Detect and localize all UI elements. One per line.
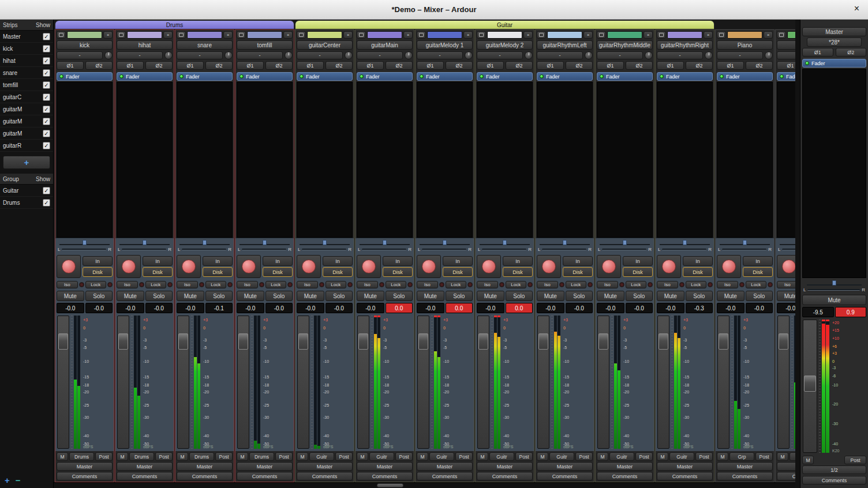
processor-box[interactable] [657,82,713,238]
monitor-disk-button[interactable]: Disk [383,267,413,277]
processor-box[interactable] [417,82,473,238]
comments-button[interactable]: Comments [597,472,653,481]
solo-isolate-button[interactable]: Iso [297,281,318,288]
group-button[interactable]: Drums [249,452,274,461]
strip-visible-checkbox[interactable]: ✓ [43,106,50,113]
metering-button[interactable]: M [537,452,548,461]
strip-close-icon[interactable]: × [764,31,773,39]
record-enable-button[interactable] [777,255,795,278]
processor-active-led[interactable] [179,74,184,78]
metering-button[interactable]: M [417,452,428,461]
trim-menu-button[interactable]: - [717,51,763,59]
group-button[interactable]: Grp [729,452,754,461]
pan-handle-icon[interactable] [323,240,327,245]
group-show-checkbox[interactable]: ✓ [43,187,50,194]
monitor-input-button[interactable]: In [143,256,173,266]
metering-button[interactable]: M [297,452,308,461]
output-button[interactable]: Master [597,462,653,471]
fader-handle[interactable] [178,333,188,350]
fader-processor[interactable]: Fader [537,72,593,81]
strip-close-icon[interactable]: × [583,31,593,39]
mute-button[interactable]: Mute [777,291,795,301]
monitor-input-button[interactable]: In [263,256,293,266]
comments-button[interactable]: Comments [177,472,233,481]
pan-handle-icon[interactable] [203,240,207,245]
metering-button[interactable]: M [237,452,248,461]
solo-button[interactable]: Solo [326,291,353,301]
mute-button[interactable]: Mute [237,291,264,301]
group-list-item[interactable]: Guitar✓ [0,185,53,197]
group-button[interactable]: Grp [790,452,795,461]
group-button[interactable]: Guitr [429,452,454,461]
group-button[interactable]: Guitr [309,452,334,461]
meter-point-button[interactable]: Post [755,452,773,461]
add-strip-button[interactable]: + [3,156,50,169]
fader-processor[interactable]: Fader [297,72,353,81]
processor-box[interactable] [777,82,795,238]
master-meter-point-button[interactable]: Post [844,456,866,464]
phase-1-button[interactable]: Ø1 [537,61,564,70]
metering-button[interactable]: M [597,452,608,461]
peak-display[interactable]: -0.0 [85,303,113,313]
meter-point-button[interactable]: Post [395,452,413,461]
processor-box[interactable] [537,82,593,238]
solo-lock-button[interactable]: Lock [446,281,467,288]
solo-lock-button[interactable]: Lock [746,281,767,288]
trim-knob[interactable] [705,51,713,59]
gain-display[interactable]: -0.0 [297,303,324,313]
gain-display[interactable]: -0.0 [777,303,795,313]
pan-handle-icon[interactable] [143,240,147,245]
solo-button[interactable]: Solo [686,291,713,301]
mute-button[interactable]: Mute [597,291,624,301]
phase-1-button[interactable]: Ø1 [117,61,144,70]
pan-handle-icon[interactable] [623,240,627,245]
phase-2-button[interactable]: Ø2 [506,61,533,70]
fader-processor[interactable]: Fader [597,72,653,81]
strip-width-icon[interactable] [717,31,726,39]
strip-width-icon[interactable] [777,31,786,39]
meter-point-button[interactable]: Post [335,452,353,461]
master-name-button[interactable]: Master [802,27,866,36]
window-titlebar[interactable]: *Demo – Mixer – Ardour × [0,0,868,20]
metering-button[interactable]: M [117,452,128,461]
strip-list-item[interactable]: guitarR✓ [0,140,53,152]
solo-button[interactable]: Solo [386,291,413,301]
strip-color-swatch[interactable] [67,31,102,39]
strip-visible-checkbox[interactable]: ✓ [43,57,50,65]
group-button[interactable]: Guitr [369,452,394,461]
trim-knob[interactable] [465,51,473,59]
meter-point-button[interactable]: Post [155,452,173,461]
strip-list-item[interactable]: kick✓ [0,43,53,55]
pan-handle-icon[interactable] [83,240,87,245]
solo-isolate-button[interactable]: Iso [717,281,738,288]
processor-active-led[interactable] [600,74,604,78]
fader-handle[interactable] [58,333,68,350]
pan-handle-icon[interactable] [263,240,267,245]
gain-display[interactable]: -0.0 [117,303,144,313]
gain-display[interactable]: -0.0 [177,303,204,313]
master-peak-display[interactable]: 0.9 [835,307,867,317]
fader-processor[interactable]: Fader [357,72,413,81]
phase-2-button[interactable]: Ø2 [566,61,593,70]
trim-menu-button[interactable]: - [537,51,583,59]
pan-handle-icon[interactable] [563,240,567,245]
strip-list-item[interactable]: snare✓ [0,67,53,79]
output-button[interactable]: Master [297,462,353,471]
strip-color-swatch[interactable] [607,31,642,39]
strip-width-icon[interactable] [597,31,606,39]
solo-lock-button[interactable]: Lock [145,281,167,288]
trim-menu-button[interactable]: - [177,51,223,59]
phase-2-button[interactable]: Ø2 [205,61,233,70]
comments-button[interactable]: Comments [777,472,795,481]
monitor-input-button[interactable]: In [83,256,113,266]
monitor-input-button[interactable]: In [743,256,773,266]
monitor-input-button[interactable]: In [203,256,233,266]
mute-button[interactable]: Mute [717,291,744,301]
strip-visible-checkbox[interactable]: ✓ [43,130,50,137]
gain-display[interactable]: -0.0 [237,303,264,313]
strip-width-icon[interactable] [417,31,426,39]
pan-slider[interactable] [420,239,470,246]
solo-isolate-button[interactable]: Iso [537,281,558,288]
processor-active-led[interactable] [119,74,124,78]
strip-width-icon[interactable] [177,31,186,39]
